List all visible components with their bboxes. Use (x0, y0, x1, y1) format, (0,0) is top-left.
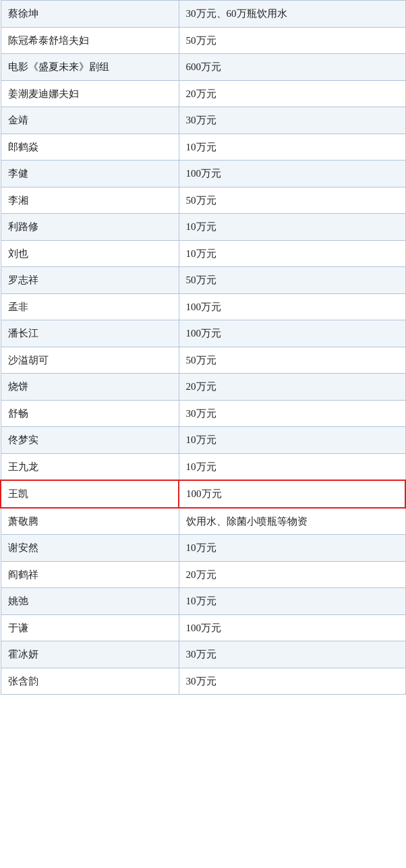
donation-amount: 10万元 (179, 535, 405, 562)
table-row: 阎鹤祥20万元 (1, 561, 405, 588)
donation-table: 蔡徐坤30万元、60万瓶饮用水陈冠希泰舒培夫妇50万元电影《盛夏未来》剧组600… (0, 0, 406, 695)
table-row: 萧敬腾饮用水、除菌小喷瓶等物资 (1, 508, 405, 535)
table-row: 潘长江100万元 (1, 320, 405, 347)
donation-amount: 100万元 (179, 614, 405, 641)
person-name: 姜潮麦迪娜夫妇 (1, 80, 179, 107)
person-name: 阎鹤祥 (1, 561, 179, 588)
person-name: 舒畅 (1, 400, 179, 427)
person-name: 谢安然 (1, 535, 179, 562)
table-container: 蔡徐坤30万元、60万瓶饮用水陈冠希泰舒培夫妇50万元电影《盛夏未来》剧组600… (0, 0, 406, 695)
table-row: 李湘50万元 (1, 187, 405, 214)
table-row: 蔡徐坤30万元、60万瓶饮用水 (1, 1, 405, 28)
donation-amount: 30万元 (179, 668, 405, 695)
table-row: 孟非100万元 (1, 293, 405, 320)
donation-amount: 100万元 (179, 480, 405, 508)
table-row: 金靖30万元 (1, 107, 405, 134)
person-name: 张含韵 (1, 668, 179, 695)
person-name: 郎鹤焱 (1, 134, 179, 161)
donation-amount: 600万元 (179, 54, 405, 81)
table-row: 霍冰妍30万元 (1, 641, 405, 668)
donation-amount: 10万元 (179, 134, 405, 161)
donation-amount: 50万元 (179, 187, 405, 214)
donation-amount: 100万元 (179, 320, 405, 347)
table-row: 郎鹤焱10万元 (1, 134, 405, 161)
person-name: 潘长江 (1, 320, 179, 347)
person-name: 刘也 (1, 240, 179, 267)
person-name: 烧饼 (1, 374, 179, 401)
donation-amount: 100万元 (179, 161, 405, 187)
donation-amount: 50万元 (179, 27, 405, 54)
table-row: 姜潮麦迪娜夫妇20万元 (1, 80, 405, 107)
table-row: 利路修10万元 (1, 214, 405, 241)
person-name: 于谦 (1, 614, 179, 641)
person-name: 沙溢胡可 (1, 347, 179, 374)
table-row: 李健100万元 (1, 161, 405, 187)
table-row: 于谦100万元 (1, 614, 405, 641)
table-row: 王九龙10万元 (1, 453, 405, 480)
donation-amount: 30万元 (179, 641, 405, 668)
person-name: 霍冰妍 (1, 641, 179, 668)
donation-amount: 10万元 (179, 427, 405, 454)
person-name: 萧敬腾 (1, 508, 179, 535)
person-name: 佟梦实 (1, 427, 179, 454)
donation-amount: 10万元 (179, 588, 405, 615)
donation-amount: 30万元 (179, 107, 405, 134)
donation-amount: 30万元、60万瓶饮用水 (179, 1, 405, 28)
donation-amount: 50万元 (179, 267, 405, 294)
person-name: 利路修 (1, 214, 179, 241)
donation-amount: 30万元 (179, 400, 405, 427)
person-name: 王九龙 (1, 453, 179, 480)
table-row: 舒畅30万元 (1, 400, 405, 427)
donation-amount: 100万元 (179, 293, 405, 320)
donation-amount: 10万元 (179, 214, 405, 241)
person-name: 蔡徐坤 (1, 1, 179, 28)
person-name: 陈冠希泰舒培夫妇 (1, 27, 179, 54)
person-name: 姚弛 (1, 588, 179, 615)
table-row: 王凯100万元 (1, 480, 405, 508)
person-name: 李湘 (1, 187, 179, 214)
table-row: 烧饼20万元 (1, 374, 405, 401)
donation-amount: 20万元 (179, 374, 405, 401)
table-row: 罗志祥50万元 (1, 267, 405, 294)
table-row: 姚弛10万元 (1, 588, 405, 615)
donation-amount: 10万元 (179, 240, 405, 267)
table-row: 陈冠希泰舒培夫妇50万元 (1, 27, 405, 54)
person-name: 金靖 (1, 107, 179, 134)
donation-amount: 50万元 (179, 347, 405, 374)
donation-amount: 饮用水、除菌小喷瓶等物资 (179, 508, 405, 535)
table-row: 沙溢胡可50万元 (1, 347, 405, 374)
donation-amount: 20万元 (179, 80, 405, 107)
person-name: 孟非 (1, 293, 179, 320)
person-name: 李健 (1, 161, 179, 187)
person-name: 电影《盛夏未来》剧组 (1, 54, 179, 81)
table-row: 佟梦实10万元 (1, 427, 405, 454)
table-row: 电影《盛夏未来》剧组600万元 (1, 54, 405, 81)
donation-amount: 20万元 (179, 561, 405, 588)
table-row: 谢安然10万元 (1, 535, 405, 562)
donation-amount: 10万元 (179, 453, 405, 480)
person-name: 罗志祥 (1, 267, 179, 294)
table-row: 刘也10万元 (1, 240, 405, 267)
person-name: 王凯 (1, 480, 179, 508)
table-row: 张含韵30万元 (1, 668, 405, 695)
